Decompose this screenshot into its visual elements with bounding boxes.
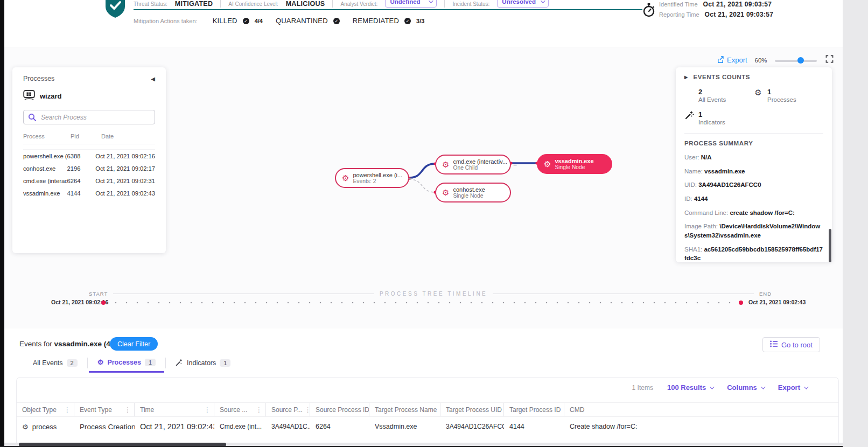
process-date: Oct 21, 2021 09:02:43 [95, 190, 155, 197]
cell-target-uid: 3A494AD1C26AFCC0 [440, 423, 504, 430]
export-dropdown[interactable]: Export [778, 383, 807, 392]
tab-all-events[interactable]: All Events 2 [24, 356, 86, 373]
threat-status-row: Threat Status: MITIGATED AI Confidence L… [134, 0, 549, 8]
node-subtitle: One Child [453, 165, 507, 171]
incident-status-value: Unresolved [502, 0, 536, 5]
tab-count-badge: 2 [67, 359, 78, 367]
events-for-title: Events for vssadmin.exe (4144) [19, 340, 125, 348]
field-value: N/A [701, 154, 712, 160]
tab-indicators[interactable]: Indicators 1 [167, 356, 239, 373]
field-label: UID: [684, 181, 697, 188]
collapse-handle-icon[interactable]: – [513, 161, 517, 169]
count-label: Indicators [698, 119, 725, 125]
tree-node-vssadmin[interactable]: ⚙ vssadmin.exe Single Node [537, 154, 612, 174]
tree-node-cmd[interactable]: ⚙ cmd.exe (interactiv... One Child – [435, 155, 511, 174]
analyst-verdict-dropdown[interactable]: Undefined [385, 0, 437, 8]
column-header[interactable]: Target Process ID⋮ [504, 403, 564, 416]
columns-dropdown[interactable]: Columns [727, 383, 764, 392]
column-header[interactable]: Target Process Name⋮ [369, 403, 440, 416]
cell-event-type: Process Creation [74, 423, 135, 431]
clear-filter-button[interactable]: Clear Filter [110, 337, 158, 351]
process-list-item[interactable]: powershell.exe (i... 6388 Oct 21, 2021 0… [23, 150, 155, 162]
column-header[interactable]: Source Process ID⋮ [310, 403, 369, 416]
cell-source: Cmd.exe (int... [214, 423, 266, 430]
zoom-slider-thumb[interactable] [797, 57, 804, 64]
reporting-time-label: Reporting Time [659, 11, 699, 18]
table-controls: 1 Items 100 Results Columns Export [632, 383, 807, 392]
tree-node-powershell[interactable]: ⚙ powershell.exe (i... Events: 2 – [335, 168, 409, 188]
analyst-verdict-value: Undefined [390, 0, 420, 5]
process-name: conhost.exe [23, 165, 67, 172]
table-row[interactable]: ⚙ process Process Creation Oct 21, 2021 … [17, 417, 838, 436]
processes-panel: Processes ◀ wizard [12, 67, 166, 253]
column-header[interactable]: Source ...⋮ [214, 403, 266, 416]
endpoint-icon [23, 90, 35, 102]
column-header[interactable]: Event Type⋮ [74, 403, 135, 416]
mitigation-label: Mitigation Actions taken: [134, 18, 198, 24]
collapse-handle-icon[interactable]: – [408, 174, 412, 182]
check-circle-icon: ✓ [404, 18, 411, 24]
incident-status-dropdown[interactable]: Unresolved [497, 0, 549, 8]
kebab-menu-icon[interactable]: ⋮ [64, 406, 71, 414]
section-caret-icon[interactable]: ▶ [684, 75, 688, 80]
process-list-item[interactable]: vssadmin.exe 4144 Oct 21, 2021 09:02:43 [23, 187, 155, 199]
kebab-menu-icon[interactable]: ⋮ [204, 406, 211, 414]
threat-status-value: MITIGATED [175, 0, 213, 8]
export-graph-button[interactable]: Export [716, 55, 747, 65]
ai-confidence-label: AI Confidence Level: [228, 0, 278, 7]
column-header[interactable]: Target Process UID⋮ [440, 403, 504, 416]
time-info: Identified Time Oct 21, 2021 09:03:57 Re… [659, 1, 773, 21]
cell-target-pid: 4144 [504, 423, 564, 430]
gear-icon: ⚙ [97, 358, 104, 366]
process-date: Oct 21, 2021 09:02:17 [95, 165, 155, 172]
items-count: 1 Items [632, 384, 653, 392]
killed-count: 4/4 [255, 18, 263, 24]
col-pid: Pid [71, 133, 101, 139]
field-value: vssadmin.exe [704, 168, 745, 174]
col-date: Date [101, 133, 155, 139]
collapse-panel-icon[interactable]: ◀ [151, 76, 155, 82]
timeline-start-dot[interactable] [101, 301, 106, 305]
tab-label: Processes [107, 359, 141, 366]
column-header[interactable]: CMD [564, 403, 838, 416]
kebab-menu-icon[interactable]: ⋮ [256, 406, 262, 414]
column-header[interactable]: Time⋮ [135, 403, 214, 416]
process-list-item[interactable]: cmd.exe (interact... 6264 Oct 21, 2021 0… [23, 174, 155, 187]
cell-time: Oct 21, 2021 09:02:43 [135, 422, 214, 431]
process-gear-icon: ⚙ [544, 160, 551, 168]
cell-target-name: Vssadmin.exe [369, 423, 440, 430]
mitigation-actions-row: Mitigation Actions taken: KILLED ✓ 4/4 Q… [134, 17, 424, 25]
check-circle-icon: ✓ [243, 18, 249, 24]
field-value: create shadow /for=C: [730, 209, 794, 216]
analyst-verdict-label: Analyst Verdict: [340, 0, 377, 7]
panel-scrollbar[interactable] [829, 229, 831, 262]
fullscreen-icon[interactable] [825, 55, 834, 65]
events-summary-panel: ▶ EVENTS COUNTS 2 All Events ⚙ 1 Process… [676, 67, 832, 262]
timeline-track[interactable]: Oct 21, 2021 09:02:16 Oct 21, 2021 09:02… [0, 298, 838, 307]
process-pid: 6388 [67, 153, 96, 159]
timeline-end-dot[interactable] [739, 301, 743, 305]
tree-node-conhost[interactable]: ⚙ conhost.exe Single Node [435, 183, 511, 202]
zoom-slider[interactable] [775, 57, 817, 64]
threat-header: Threat Status: MITIGATED AI Confidence L… [4, 0, 843, 47]
kebab-menu-icon[interactable]: ⋮ [124, 406, 131, 414]
process-gear-icon: ⚙ [442, 160, 449, 169]
process-name: vssadmin.exe [23, 190, 67, 197]
kebab-menu-icon[interactable]: ⋮ [305, 406, 310, 414]
indicator-wand-icon [176, 359, 183, 368]
results-dropdown[interactable]: 100 Results [667, 383, 713, 392]
process-gear-icon: ⚙ [342, 174, 349, 182]
process-list-item[interactable]: conhost.exe 2196 Oct 21, 2021 09:02:17 [23, 162, 155, 174]
go-to-root-button[interactable]: Go to root [762, 337, 820, 352]
column-header[interactable]: Source P...⋮ [266, 403, 310, 416]
timeline-title: PROCESS TREE TIMELINE [380, 291, 487, 297]
tab-processes[interactable]: ⚙ Processes 1 [89, 356, 164, 373]
timeline-start-time: Oct 21, 2021 09:02:16 [51, 299, 108, 305]
search-process-input[interactable] [23, 110, 155, 124]
tab-label: Indicators [187, 359, 216, 367]
mitigation-action-quarantined: QUARANTINED [276, 17, 328, 25]
events-for-prefix: Events for [19, 340, 52, 348]
column-header[interactable]: Object Type⋮ [17, 403, 74, 416]
root-list-icon [770, 340, 778, 349]
mitigation-action-remediated: REMEDIATED [353, 17, 399, 25]
